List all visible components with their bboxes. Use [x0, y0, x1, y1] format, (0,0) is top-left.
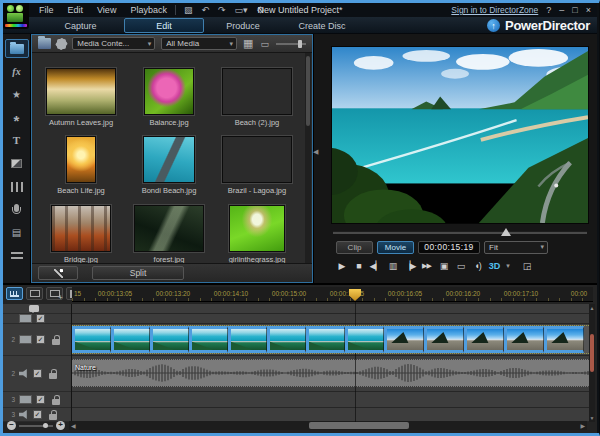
import-media-icon[interactable] [38, 38, 51, 49]
save-button[interactable]: ▧ [184, 5, 193, 15]
thumbnail-autumn [46, 68, 116, 115]
scroll-right-icon[interactable]: ▶ [580, 422, 585, 429]
seek-track[interactable] [333, 231, 587, 234]
split-button[interactable]: Split [92, 266, 184, 280]
track-lock-icon[interactable] [52, 339, 60, 345]
next-frame-button[interactable]: ▕▶ [402, 258, 417, 274]
minimize-button[interactable]: – [559, 5, 564, 15]
menu-playback[interactable]: Playback [130, 5, 167, 15]
track-enable-checkbox[interactable] [36, 335, 45, 344]
seek-thumb[interactable] [501, 228, 511, 236]
subtitle-room[interactable] [5, 246, 29, 265]
menu-edit[interactable]: Edit [68, 5, 84, 15]
timeline-horizontal-scrollbar[interactable]: ◀ ▶ [69, 421, 587, 430]
undock-button[interactable]: ◲ [519, 258, 534, 274]
track-enable-checkbox[interactable] [33, 410, 42, 419]
undo-button[interactable]: ↶ [201, 5, 209, 15]
download-media-icon[interactable] [57, 39, 66, 49]
video-track-3-row[interactable] [72, 392, 593, 407]
audio-mixing-room[interactable] [5, 177, 29, 196]
chapter-room[interactable]: ▤ [5, 223, 29, 242]
library-item[interactable]: Balance.jpg [125, 59, 213, 127]
previous-frame-button[interactable]: ◀▏ [368, 258, 383, 274]
timeline-vertical-scrollbar[interactable]: ▲ ▼ [589, 304, 595, 422]
scroll-up-icon[interactable]: ▲ [589, 305, 595, 311]
maximize-button[interactable]: □ [572, 5, 577, 15]
logo-reel-icon [7, 5, 14, 12]
tab-edit[interactable]: Edit [124, 18, 204, 33]
track-enable-checkbox[interactable] [36, 314, 45, 323]
track-lock-icon[interactable] [52, 399, 60, 405]
menu-view[interactable]: View [97, 5, 116, 15]
movie-mode-button[interactable]: Movie [377, 241, 414, 254]
3d-caret[interactable]: ▾ [504, 258, 511, 274]
thumbnail-size-slider[interactable] [276, 43, 306, 45]
aspect-ratio-button[interactable]: ▭▾ [235, 5, 248, 15]
clip-mode-button[interactable]: Clip [336, 241, 373, 254]
effect-track-row[interactable] [72, 314, 593, 323]
chapter-track-row[interactable] [72, 304, 593, 313]
timeline-function-bar: Split [32, 263, 312, 282]
preview-seek-bar[interactable] [333, 228, 587, 236]
library-item[interactable]: Bondi Beach.jpg [125, 127, 213, 195]
library-item[interactable]: girlinthegrass.jpg [213, 196, 301, 264]
storyboard-view-button[interactable] [26, 287, 43, 300]
power-tools-button[interactable] [38, 266, 78, 280]
horizontal-scroll-thumb[interactable] [309, 422, 409, 429]
3d-button[interactable]: 3D [487, 258, 502, 274]
library-item[interactable]: Beach (2).jpg [213, 59, 301, 127]
library-item[interactable]: Autumn Leaves.jpg [37, 59, 125, 127]
play-button[interactable]: ▶ [334, 258, 349, 274]
grid-view-icon[interactable]: ▦ [243, 37, 253, 50]
panel-splitter-handle[interactable]: ◀ [313, 148, 318, 156]
media-filter-dropdown[interactable]: All Media [161, 37, 237, 50]
zoom-slider[interactable] [19, 425, 53, 427]
track-lock-icon[interactable] [49, 414, 57, 420]
effect-room[interactable]: fx [5, 62, 29, 81]
add-track-button[interactable] [46, 287, 63, 300]
close-button[interactable]: × [586, 5, 591, 15]
redo-button[interactable]: ↷ [218, 5, 226, 15]
dual-preview-button[interactable]: ▭ [453, 258, 468, 274]
library-item[interactable]: Bridge.jpg [37, 196, 125, 264]
snapshot-button[interactable]: ▣ [436, 258, 451, 274]
library-scrollbar[interactable] [305, 53, 311, 264]
pip-objects-room[interactable]: ★ [5, 85, 29, 104]
stop-button[interactable]: ■ [351, 258, 366, 274]
slider-thumb[interactable] [298, 40, 302, 48]
volume-button[interactable]: ◖) [470, 258, 485, 274]
library-item[interactable]: Beach Life.jpg [37, 127, 125, 195]
track-lock-icon[interactable] [49, 373, 57, 379]
fast-forward-button[interactable]: ▶▶ [419, 258, 434, 274]
library-item[interactable]: Brazil - Lagoa.jpg [213, 127, 301, 195]
tab-capture[interactable]: Capture [43, 18, 118, 33]
voiceover-room[interactable] [5, 200, 29, 219]
menu-file[interactable]: File [39, 5, 54, 15]
signin-directorzone-link[interactable]: Sign in to DirectorZone [451, 5, 538, 15]
title-room[interactable]: T [5, 131, 29, 150]
zoom-fit-dropdown[interactable]: Fit [484, 241, 548, 254]
timeline-ruler[interactable]: 1500:00:13:0500:00:13:2000:00:14:1000:00… [72, 287, 593, 302]
track-enable-checkbox[interactable] [33, 369, 42, 378]
jog-button[interactable]: ▥ [385, 258, 400, 274]
transition-room[interactable] [5, 154, 29, 173]
timeline-view-button[interactable] [6, 287, 23, 300]
scroll-left-icon[interactable]: ◀ [71, 422, 76, 429]
vertical-scroll-thumb[interactable] [590, 334, 594, 372]
particle-room[interactable]: * [5, 108, 29, 127]
help-button[interactable]: ? [546, 5, 551, 15]
media-category-dropdown[interactable]: Media Conte... [72, 37, 155, 50]
display-mode-icon[interactable]: ▭ [260, 39, 269, 49]
zoom-in-button[interactable]: + [56, 421, 65, 430]
tab-create-disc[interactable]: Create Disc [282, 18, 362, 33]
media-room[interactable] [5, 39, 29, 58]
zoom-slider-thumb[interactable] [43, 423, 48, 428]
video-clip-nature[interactable] [72, 325, 591, 354]
audio-clip-nature[interactable] [72, 359, 591, 387]
scrollbar-thumb[interactable] [306, 56, 310, 126]
library-item[interactable]: forest.jpg [125, 196, 213, 264]
tab-produce[interactable]: Produce [208, 18, 278, 33]
zoom-out-button[interactable]: − [7, 421, 16, 430]
track-enable-checkbox[interactable] [36, 395, 45, 404]
thumbnail-balance [144, 68, 194, 115]
